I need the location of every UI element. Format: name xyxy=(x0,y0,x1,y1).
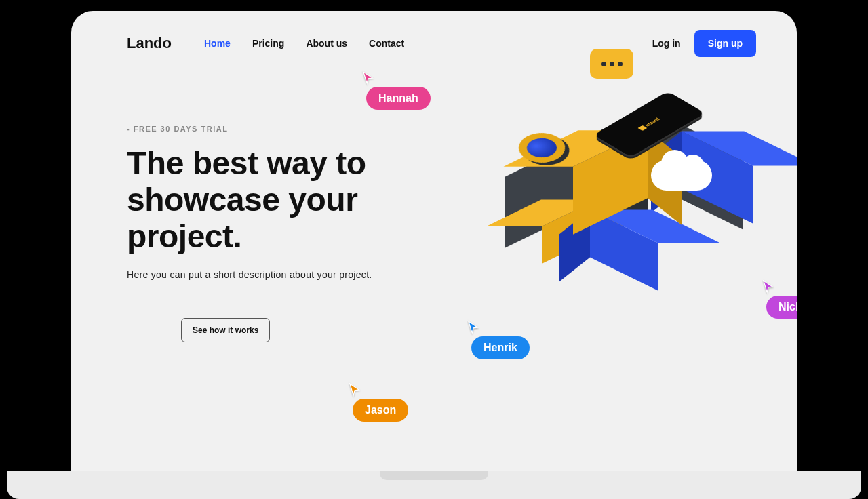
screen: Lando Home Pricing About us Contact Log … xyxy=(71,11,797,471)
cursor-label: Nick xyxy=(766,296,797,319)
see-how-it-works-button[interactable]: See how it works xyxy=(181,318,270,342)
cursor-icon xyxy=(362,71,374,85)
laptop-base xyxy=(7,471,861,499)
cursor-label: Hannah xyxy=(366,87,431,110)
nav-home[interactable]: Home xyxy=(204,38,231,49)
cloud-icon xyxy=(651,160,712,191)
collab-cursor-hannah: Hannah xyxy=(366,71,431,110)
subheadline: Here you can put a short description abo… xyxy=(127,269,452,280)
collab-cursor-nick: Nick xyxy=(766,279,797,319)
hero-illustration: uizard xyxy=(478,43,776,315)
cursor-icon xyxy=(762,279,774,294)
eyebrow-text: - FREE 30 DAYS TRIAL xyxy=(127,125,452,133)
laptop-mockup: Lando Home Pricing About us Contact Log … xyxy=(71,11,797,499)
cursor-label: Henrik xyxy=(471,336,530,359)
hero-section: - FREE 30 DAYS TRIAL The best way to sho… xyxy=(71,57,797,342)
cursor-icon xyxy=(349,382,361,397)
collab-cursor-henrik: Henrik xyxy=(471,320,530,359)
nav-contact[interactable]: Contact xyxy=(369,38,404,49)
nav-links: Home Pricing About us Contact xyxy=(204,38,404,49)
nav-pricing[interactable]: Pricing xyxy=(252,38,284,49)
laptop-notch xyxy=(380,471,488,480)
cursor-icon xyxy=(467,320,479,335)
nav-about[interactable]: About us xyxy=(306,38,347,49)
cta-row: See how it works xyxy=(127,318,452,342)
collab-cursor-jason: Jason xyxy=(353,382,408,422)
phone-brand-label: uizard xyxy=(637,117,661,132)
brand-logo[interactable]: Lando xyxy=(127,35,172,52)
chat-bubble-icon xyxy=(590,49,633,79)
headline: The best way to showcase your project. xyxy=(127,145,452,254)
hero-copy: - FREE 30 DAYS TRIAL The best way to sho… xyxy=(127,125,452,342)
iso-cube-blue xyxy=(590,210,658,291)
cursor-label: Jason xyxy=(353,399,408,422)
